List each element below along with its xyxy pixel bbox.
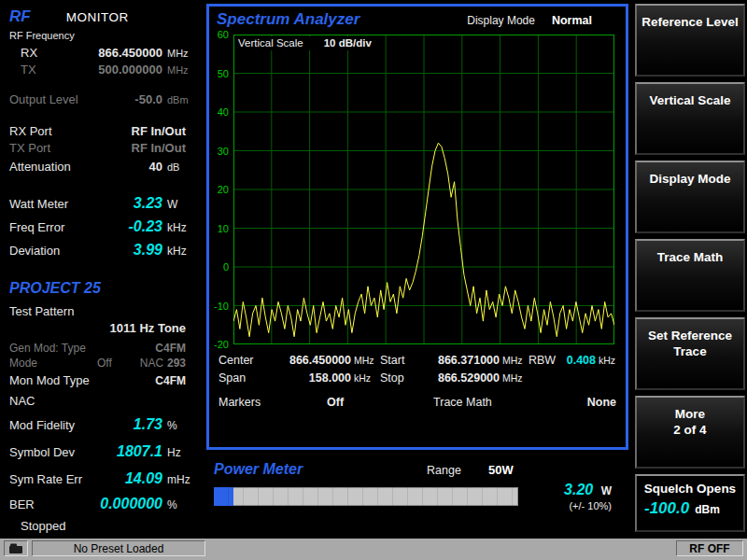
- sym-rate-err-label: Sym Rate Err: [9, 472, 82, 486]
- mod-fidelity-unit: %: [162, 419, 199, 432]
- status-bar: No Preset Loaded RF OFF: [0, 537, 747, 560]
- power-range-value[interactable]: 50W: [488, 463, 514, 477]
- ber-status-row: Stopped: [9, 519, 199, 536]
- rf-state-text: RF OFF: [689, 542, 729, 555]
- spectrum-analyzer-title: Spectrum Analyzer: [217, 10, 359, 29]
- deviation-label: Deviation: [9, 244, 60, 258]
- left-settings-panel: RF MONITOR RF Frequency RX 866.450000 MH…: [0, 0, 206, 537]
- softkey-sublabel: 2 of 4: [637, 422, 743, 438]
- spectrum-readout-row-1: Center 866.450000 MHz Start 866.371000 M…: [218, 354, 622, 371]
- gen-mode-label: Mode: [9, 357, 37, 370]
- vertical-scale-value: 10 dB/div: [324, 37, 372, 49]
- preset-status-text: No Preset Loaded: [74, 542, 164, 555]
- softkey-reference-level[interactable]: Reference Level: [635, 4, 745, 77]
- softkey-trace-math[interactable]: Trace Math: [635, 239, 745, 312]
- center-unit: MHz: [351, 355, 380, 366]
- markers-label: Markers: [218, 396, 269, 409]
- rx-frequency-label: RX: [9, 46, 37, 60]
- power-meter-panel: Power Meter Range 50W 3.20 W (+/- 10%): [206, 457, 628, 534]
- rx-port-row: RX Port RF In/Out: [9, 124, 199, 141]
- gen-nac-label: NAC: [140, 357, 163, 370]
- rx-port-label: RX Port: [9, 124, 52, 138]
- display-mode-label: Display Mode: [467, 14, 535, 27]
- y-axis-tick-label: 20: [209, 184, 229, 195]
- softkey-display-mode[interactable]: Display Mode: [635, 161, 745, 233]
- tx-port-row: TX Port RF In/Out: [9, 141, 199, 158]
- trace-math-value[interactable]: None: [587, 396, 616, 409]
- spectrum-readout-row-3: Markers Off Trace Math None: [218, 396, 622, 413]
- rx-frequency-value[interactable]: 866.450000: [98, 46, 162, 60]
- nac-label: NAC: [9, 394, 35, 408]
- tx-frequency-label: TX: [9, 63, 36, 77]
- symbol-dev-value: 1807.1: [117, 443, 162, 460]
- squelch-unit: dBm: [695, 503, 720, 516]
- y-axis-labels: 6050403020100-10-20: [209, 35, 231, 344]
- preset-status: No Preset Loaded: [32, 540, 205, 556]
- mon-mod-type-value[interactable]: C4FM: [155, 374, 186, 387]
- softkey-label: Reference Level: [637, 14, 743, 30]
- y-axis-tick-label: 60: [209, 29, 229, 40]
- ber-status: Stopped: [9, 519, 65, 533]
- center-value[interactable]: 866.450000: [269, 354, 351, 367]
- deviation-unit: kHz: [162, 245, 199, 258]
- spectrum-header: Spectrum Analyzer Display Mode Normal: [209, 7, 626, 29]
- radio-test-set-screen: RF MONITOR RF Frequency RX 866.450000 MH…: [0, 0, 747, 560]
- squelch-value-row: -100.0 dBm: [637, 499, 743, 518]
- attenuation-value[interactable]: 40: [149, 160, 162, 174]
- rx-frequency-unit: MHz: [162, 48, 199, 59]
- watt-meter-label: Watt Meter: [9, 197, 68, 211]
- test-pattern-value[interactable]: 1011 Hz Tone: [110, 321, 186, 335]
- rx-frequency-row: RX 866.450000 MHz: [9, 46, 199, 63]
- rx-port-value[interactable]: RF In/Out: [132, 124, 187, 138]
- softkey-squelch-opens[interactable]: Squelch Opens -100.0 dBm: [635, 474, 745, 532]
- y-axis-tick-label: 10: [209, 223, 229, 234]
- mod-fidelity-value: 1.73: [134, 416, 162, 433]
- test-pattern-label: Test Pattern: [9, 304, 74, 318]
- output-level-row: Output Level -50.0 dBm: [9, 92, 199, 109]
- test-pattern-row: Test Pattern: [9, 304, 199, 321]
- ber-unit: %: [162, 498, 199, 511]
- rf-monitor-mode: MONITOR: [66, 10, 129, 24]
- start-value[interactable]: 866.371000: [417, 354, 500, 367]
- rbw-value[interactable]: 0.408: [558, 354, 596, 367]
- tx-port-label: TX Port: [9, 141, 50, 155]
- spectrum-readouts: Center 866.450000 MHz Start 866.371000 M…: [218, 354, 622, 413]
- tx-port-value[interactable]: RF In/Out: [132, 141, 187, 155]
- sym-rate-err-row: Sym Rate Err 14.09 mHz: [9, 470, 199, 494]
- deviation-value: 3.99: [134, 242, 162, 259]
- gen-mode-value[interactable]: Off: [97, 357, 112, 370]
- softkey-label: Set Reference Trace: [637, 328, 743, 359]
- output-level-unit: dBm: [162, 94, 199, 105]
- tx-frequency-value[interactable]: 500.000000: [98, 63, 162, 77]
- rf-section-header: RF MONITOR: [9, 7, 199, 28]
- watt-meter-row: Watt Meter 3.23 W: [9, 195, 199, 218]
- gen-mod-type-row: Gen Mod: Type C4FM: [9, 342, 199, 357]
- rbw-label: RBW: [529, 354, 558, 367]
- watt-meter-value: 3.23: [134, 195, 162, 212]
- gen-mod-type-value[interactable]: C4FM: [155, 342, 186, 355]
- span-value[interactable]: 158.000: [269, 371, 351, 385]
- squelch-label: Squelch Opens: [637, 481, 743, 497]
- stop-value[interactable]: 866.529000: [417, 371, 500, 385]
- freq-error-label: Freq Error: [9, 220, 64, 234]
- power-meter-header: Power Meter Range 50W: [206, 457, 628, 478]
- display-mode-value[interactable]: Normal: [552, 14, 592, 27]
- start-label: Start: [380, 354, 417, 367]
- softkey-set-reference-trace[interactable]: Set Reference Trace: [635, 317, 745, 390]
- gen-nac-value[interactable]: 293: [167, 357, 186, 370]
- ber-row: BER 0.000000 %: [9, 496, 199, 519]
- markers-value[interactable]: Off: [327, 396, 344, 409]
- span-unit: kHz: [351, 372, 380, 384]
- rf-state-indicator: RF OFF: [676, 540, 743, 556]
- softkey-label: Vertical Scale: [637, 92, 743, 108]
- power-tolerance: (+/- 10%): [564, 500, 612, 511]
- sym-rate-err-unit: mHz: [162, 473, 199, 486]
- stop-unit: MHz: [500, 372, 529, 384]
- softkey-more[interactable]: More2 of 4: [635, 396, 745, 469]
- gen-mode-row: Mode Off NAC 293: [9, 357, 199, 371]
- power-unit: W: [601, 484, 612, 497]
- tx-frequency-unit: MHz: [162, 64, 199, 76]
- output-level-value[interactable]: -50.0: [134, 92, 162, 106]
- softkey-vertical-scale[interactable]: Vertical Scale: [635, 82, 745, 155]
- vertical-scale-readout[interactable]: Vertical Scale 10 dB/div: [234, 36, 383, 50]
